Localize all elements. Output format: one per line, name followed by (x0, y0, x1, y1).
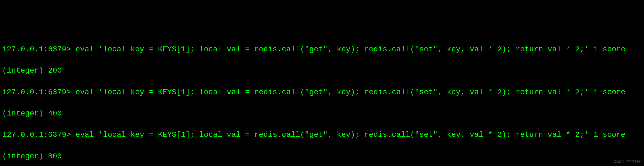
prompt-3: 127.0.0.1:6379> (2, 131, 76, 139)
watermark-text: CSDN @刘铸纬 (613, 159, 641, 164)
terminal-line-1: 127.0.0.1:6379> eval 'local key = KEYS[1… (2, 44, 642, 55)
terminal-line-3: 127.0.0.1:6379> eval 'local key = KEYS[1… (2, 129, 642, 140)
command-1: eval 'local key = KEYS[1]; local val = r… (76, 45, 625, 54)
output-line-3: (integer) 800 (2, 151, 642, 162)
output-line-2: (integer) 400 (2, 108, 642, 119)
command-3: eval 'local key = KEYS[1]; local val = r… (76, 131, 625, 139)
output-line-1: (integer) 200 (2, 65, 642, 76)
terminal-line-2: 127.0.0.1:6379> eval 'local key = KEYS[1… (2, 87, 642, 97)
command-2: eval 'local key = KEYS[1]; local val = r… (76, 88, 625, 96)
prompt-1: 127.0.0.1:6379> (2, 45, 76, 54)
prompt-2: 127.0.0.1:6379> (2, 88, 76, 96)
